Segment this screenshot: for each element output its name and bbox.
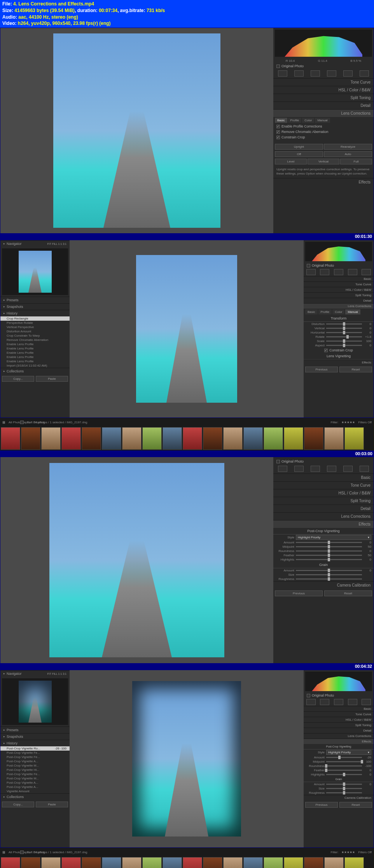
slider-roundness[interactable]: Roundness0 — [273, 549, 374, 553]
film-thumb[interactable] — [61, 427, 81, 450]
history-header[interactable]: History — [0, 740, 70, 746]
redeye-tool[interactable] — [311, 70, 320, 77]
presets-header[interactable]: Presets — [0, 727, 70, 733]
history-row[interactable]: Enable Lens Profile — [0, 351, 70, 355]
reanalyze-btn[interactable]: Reanalyze — [324, 144, 372, 150]
slider-vertical[interactable]: Vertical0 — [304, 326, 374, 330]
panel-split-toning[interactable]: Split Toning — [273, 497, 374, 505]
film-thumb[interactable] — [102, 427, 121, 450]
slider-amount[interactable]: Amount0 — [273, 540, 374, 545]
enable-profile-check[interactable] — [276, 125, 280, 128]
history-row[interactable]: Enable Lens Profile — [0, 342, 70, 346]
navigator-header[interactable]: NavigatorFIT FILL 1:1 3:1 — [0, 670, 70, 677]
panel-lens-corrections[interactable]: Lens Corrections — [273, 109, 374, 117]
collections-header[interactable]: Collections — [0, 793, 70, 800]
history-row[interactable]: Remove Chromatic Aberration — [0, 338, 70, 342]
slider-highlights[interactable]: Highlights0 — [304, 772, 374, 777]
slider-roundness[interactable]: Roundness-100 — [304, 764, 374, 768]
film-thumb[interactable] — [344, 427, 364, 450]
film-thumb[interactable] — [183, 427, 202, 450]
film-thumb[interactable] — [304, 427, 323, 450]
panel-basic[interactable]: Basic — [304, 276, 374, 281]
grid-icon[interactable]: ▦ — [2, 421, 5, 424]
canvas-area[interactable] — [70, 240, 304, 417]
previous-btn[interactable]: Previous — [305, 367, 338, 372]
tab-manual[interactable]: Manual — [315, 118, 330, 123]
collections-header[interactable]: Collections — [0, 368, 70, 374]
history-row[interactable]: Post-Crop Vignette Hi... — [0, 768, 70, 772]
history-row[interactable]: Post-Crop Vignette Fe... — [0, 755, 70, 759]
history-row[interactable]: Import (3/18/14 11:02:42 AM) — [0, 363, 70, 368]
filmstrip[interactable] — [0, 856, 374, 868]
snapshots-header[interactable]: Snapshots — [0, 733, 70, 740]
brush-tool[interactable] — [360, 70, 369, 77]
previous-btn[interactable]: Previous — [305, 802, 338, 808]
history-row[interactable]: Post-Crop Vignette Fe... — [0, 751, 70, 755]
reset-btn[interactable]: Reset — [339, 802, 372, 808]
canvas-area[interactable] — [0, 457, 273, 663]
navigator-thumb[interactable] — [2, 248, 68, 295]
history-row[interactable]: Vertical Perspective — [0, 325, 70, 329]
navigator-thumb[interactable] — [2, 678, 68, 725]
film-thumb[interactable] — [203, 427, 222, 450]
history-row[interactable]: Post-Crop Vignette Fe... — [0, 772, 70, 776]
panel-detail[interactable]: Detail — [273, 505, 374, 512]
film-thumb[interactable] — [41, 427, 61, 450]
history-row[interactable]: Post-Crop Vignette Ro...-26 -100 — [0, 746, 70, 751]
panel-lens-corrections[interactable]: Lens Corrections — [273, 512, 374, 520]
panel-camera-cal[interactable]: Camera Calibration — [273, 581, 374, 589]
navigator-header[interactable]: NavigatorFIT FILL 1:1 3:1 — [0, 240, 70, 247]
history-row[interactable]: Post-Crop Vignette A... — [0, 781, 70, 785]
tab-profile[interactable]: Profile — [288, 118, 302, 123]
remove-chromatic-check[interactable] — [276, 130, 280, 134]
film-thumb[interactable] — [163, 427, 182, 450]
canvas-area[interactable] — [0, 28, 273, 233]
slider-roughness[interactable]: Roughness — [304, 791, 374, 795]
film-thumb[interactable] — [284, 427, 303, 450]
original-photo-check[interactable] — [276, 460, 280, 463]
original-photo-check[interactable] — [276, 65, 280, 68]
slider-highlights[interactable]: Highlights0 — [273, 557, 374, 562]
histogram[interactable] — [305, 672, 372, 691]
history-row[interactable]: Crop Rectangle — [0, 316, 70, 321]
slider-scale[interactable]: Scale100 — [304, 339, 374, 343]
paste-btn[interactable]: Paste — [36, 376, 68, 382]
panel-tone-curve[interactable]: Tone Curve — [304, 281, 374, 287]
film-thumb[interactable] — [21, 427, 40, 450]
upright-vertical[interactable]: Vertical — [308, 159, 339, 164]
history-row[interactable]: Crop Constrain To Warp — [0, 334, 70, 338]
histogram[interactable] — [305, 242, 372, 261]
panel-detail[interactable]: Detail — [273, 101, 374, 109]
slider-feather[interactable]: Feather50 — [273, 553, 374, 557]
history-row[interactable]: Enable Lens Profile — [0, 346, 70, 351]
original-photo-check[interactable] — [307, 264, 310, 267]
history-row[interactable]: Post-Crop Vignette A... — [0, 785, 70, 789]
style-dropdown[interactable]: Highlight Priority▾ — [326, 750, 371, 755]
crop-tool[interactable] — [278, 70, 287, 77]
panel-basic[interactable]: Basic — [273, 473, 374, 481]
radial-tool[interactable] — [343, 70, 353, 77]
previous-btn[interactable]: Previous — [275, 590, 323, 596]
slider-size[interactable]: Size — [304, 786, 374, 791]
panel-effects[interactable]: Effects — [304, 360, 374, 365]
upright-full[interactable]: Full — [340, 159, 372, 164]
constrain-crop-check[interactable] — [276, 136, 280, 139]
paste-btn[interactable]: Paste — [36, 802, 68, 807]
slider-amount[interactable]: Amount-26 — [304, 755, 374, 760]
panel-detail[interactable]: Detail — [304, 298, 374, 303]
reset-btn[interactable]: Reset — [324, 590, 372, 596]
copy-btn[interactable]: Copy... — [2, 802, 34, 807]
panel-lens-corrections[interactable]: Lens Corrections — [304, 303, 374, 309]
history-row[interactable]: Vignette Amount — [0, 789, 70, 793]
filmstrip[interactable] — [0, 426, 374, 451]
slider-aspect[interactable]: Aspect0 — [304, 343, 374, 348]
film-thumb[interactable] — [142, 427, 162, 450]
upright-auto[interactable]: Auto — [324, 151, 372, 157]
slider-amount[interactable]: Amount0 — [304, 782, 374, 786]
slider-feather[interactable]: Feather0 — [304, 768, 374, 772]
film-thumb[interactable] — [324, 427, 344, 450]
panel-tone-curve[interactable]: Tone Curve — [273, 78, 374, 86]
film-thumb[interactable] — [264, 427, 283, 450]
slider-roughness[interactable]: Roughness — [273, 577, 374, 581]
canvas-area[interactable] — [70, 670, 304, 847]
